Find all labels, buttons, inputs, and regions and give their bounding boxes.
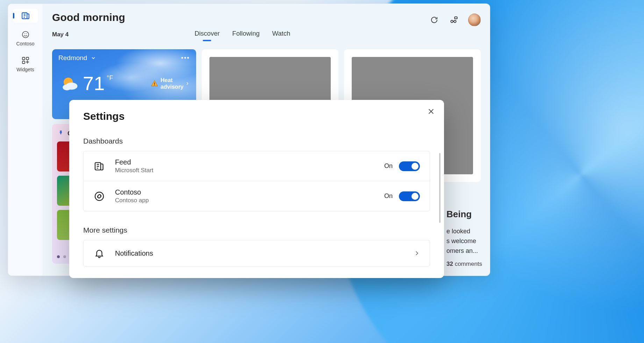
weather-more-button[interactable]: ••• (181, 54, 190, 62)
feed-toggle[interactable] (399, 161, 420, 171)
contoso-icon (21, 30, 30, 39)
setting-row-feed: Feed Microsoft Start On (84, 151, 430, 181)
pager-dot[interactable] (63, 255, 66, 258)
setting-row-contoso: Contoso Contoso app On (84, 181, 430, 211)
settings-dialog: Settings Dashboards Feed Microsoft Start… (69, 100, 444, 278)
settings-title: Settings (83, 110, 430, 122)
toggle-state-label: On (384, 192, 393, 200)
sidebar: Contoso Widgets (8, 4, 43, 276)
setting-name: Feed (115, 158, 153, 166)
article-text-peek: Being e looked s welcome omers an... 32 … (446, 207, 485, 269)
related-icon (449, 15, 458, 24)
svg-point-1 (22, 31, 29, 38)
article-body-fragment: omers an... (446, 246, 485, 256)
svg-rect-12 (154, 85, 155, 86)
refresh-button[interactable] (429, 15, 439, 25)
date-line: May 4 (52, 31, 125, 38)
top-bar: Good morning May 4 Discover Following Wa… (52, 12, 481, 40)
svg-point-5 (451, 20, 453, 23)
weather-advisory[interactable]: Heat advisory (151, 77, 190, 90)
pager-dot[interactable] (57, 255, 60, 258)
toggle-state-label: On (384, 162, 393, 170)
setting-name: Contoso (115, 188, 149, 196)
svg-rect-11 (154, 82, 155, 85)
related-button[interactable] (449, 15, 459, 25)
feed-tabs: Discover Following Watch (194, 12, 290, 40)
warning-icon (151, 80, 158, 87)
dashboards-section-title: Dashboards (83, 137, 430, 145)
bell-icon (93, 247, 105, 259)
svg-rect-4 (22, 61, 25, 64)
more-settings-section-title: More settings (83, 226, 430, 234)
article-comments[interactable]: 32 comments (446, 260, 485, 269)
link-icon (93, 190, 105, 202)
sidebar-item-label: Contoso (16, 41, 34, 46)
weather-unit: °F (107, 74, 113, 82)
more-settings-list: Notifications (83, 240, 430, 267)
chevron-down-icon[interactable] (91, 55, 96, 61)
article-body-fragment: s welcome (446, 236, 485, 246)
sidebar-item-contoso[interactable]: Contoso (13, 28, 38, 49)
feed-icon (93, 160, 105, 172)
close-icon (427, 108, 435, 115)
dashboards-list: Feed Microsoft Start On Contoso Contoso … (83, 151, 430, 211)
weather-temperature: 71 (83, 74, 105, 93)
svg-point-20 (95, 192, 103, 200)
svg-point-6 (454, 20, 456, 23)
advisory-line-2: advisory (160, 83, 184, 90)
greeting-title: Good morning (52, 12, 125, 23)
games-icon (57, 130, 65, 137)
weather-location[interactable]: Redmond (58, 54, 87, 62)
chevron-right-icon (414, 250, 420, 256)
setting-name: Notifications (115, 249, 153, 257)
chevron-right-icon (185, 81, 190, 86)
feed-icon (21, 11, 30, 21)
tab-discover[interactable]: Discover (194, 30, 220, 40)
user-avatar[interactable] (468, 14, 481, 26)
top-actions (429, 12, 481, 26)
weather-condition-icon (58, 72, 81, 95)
modal-scrollbar[interactable] (439, 153, 441, 223)
sidebar-item-widgets[interactable]: Widgets (13, 53, 38, 74)
advisory-line-1: Heat (160, 77, 184, 83)
svg-rect-7 (455, 17, 457, 19)
article-title-fragment: Being (446, 207, 485, 221)
tab-following[interactable]: Following (232, 30, 259, 40)
contoso-toggle[interactable] (399, 191, 420, 201)
setting-row-notifications[interactable]: Notifications (84, 240, 430, 266)
article-body-fragment: e looked (446, 227, 485, 236)
sidebar-item-feed[interactable] (13, 9, 38, 23)
widgets-icon (21, 56, 30, 65)
svg-point-10 (63, 85, 71, 90)
close-button[interactable] (427, 108, 435, 115)
setting-subtitle: Contoso app (115, 197, 149, 204)
refresh-icon (430, 16, 438, 24)
tab-watch[interactable]: Watch (272, 30, 291, 40)
sidebar-item-label: Widgets (16, 67, 34, 72)
setting-subtitle: Microsoft Start (115, 167, 153, 174)
comments-label: comments (455, 261, 482, 267)
comments-count: 32 (446, 261, 453, 267)
svg-rect-3 (26, 57, 29, 60)
svg-rect-2 (22, 57, 25, 60)
